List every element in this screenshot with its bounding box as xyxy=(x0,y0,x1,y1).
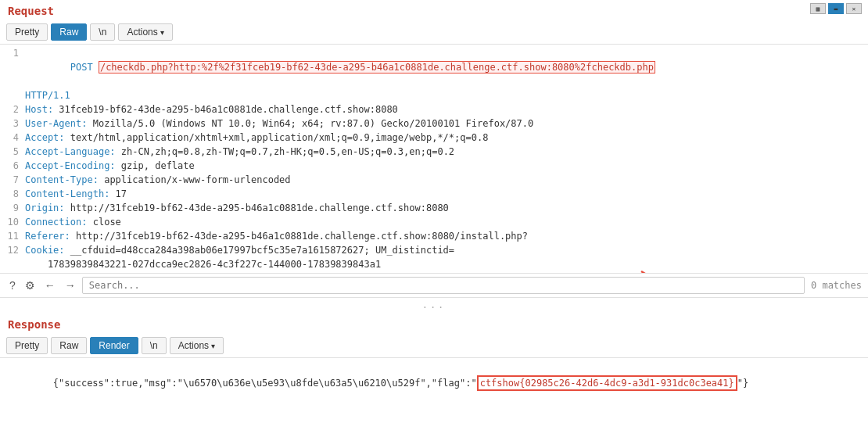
window-btn-panel[interactable]: ▬ xyxy=(828,3,844,14)
help-icon-button[interactable]: ? xyxy=(6,278,19,293)
code-line-9: 9 Origin: http://31fceb19-bf62-43de-a295… xyxy=(0,201,868,215)
window-controls: ▦ ▬ ✕ xyxy=(810,3,862,14)
window-btn-grid[interactable]: ▦ xyxy=(810,3,826,14)
response-raw-button[interactable]: Raw xyxy=(51,337,87,354)
code-line-8: 8 Content-Length: 17 xyxy=(0,187,868,201)
match-count: 0 matches xyxy=(811,280,862,291)
response-line: {"success":true,"msg":"\u6570\u636e\u5e9… xyxy=(8,361,860,407)
code-line-3: 3 User-Agent: Mozilla/5.0 (Windows NT 10… xyxy=(0,117,868,131)
section-divider: ... xyxy=(0,298,868,312)
code-line-5: 5 Accept-Language: zh-CN,zh;q=0.8,zh-TW;… xyxy=(0,145,868,159)
response-actions-button[interactable]: Actions ▾ xyxy=(170,337,224,354)
request-newline-button[interactable]: \n xyxy=(90,23,115,41)
search-input[interactable] xyxy=(82,277,805,294)
code-line-11: 11 Referer: http://31fceb19-bf62-43de-a2… xyxy=(0,229,868,243)
flag-value: ctfshow{02985c26-42d6-4dc9-a3d1-931dc0c3… xyxy=(477,375,737,391)
request-pretty-button[interactable]: Pretty xyxy=(6,23,48,41)
code-line-2: 2 Host: 31fceb19-bf62-43de-a295-b46a1c08… xyxy=(0,102,868,117)
request-code-area: 1 POST /checkdb.php?http:%2f%2f31fceb19-… xyxy=(0,45,868,273)
request-search-bar: ? ⚙ ← → 0 matches xyxy=(0,273,868,298)
search-back-button[interactable]: ← xyxy=(41,278,59,293)
response-newline-button[interactable]: \n xyxy=(142,337,167,354)
request-raw-button[interactable]: Raw xyxy=(51,23,87,41)
code-line-4: 4 Accept: text/html,application/xhtml+xm… xyxy=(0,131,868,145)
response-section-header: Response xyxy=(0,314,868,334)
code-line-1: 1 POST /checkdb.php?http:%2f%2f31fceb19-… xyxy=(0,46,868,88)
settings-icon-button[interactable]: ⚙ xyxy=(22,278,38,293)
request-toolbar: Pretty Raw \n Actions ▾ xyxy=(0,20,868,45)
actions-chevron-icon: ▾ xyxy=(160,28,164,37)
response-content-area: {"success":true,"msg":"\u6570\u636e\u5e9… xyxy=(0,358,868,410)
search-forward-button[interactable]: → xyxy=(62,278,79,293)
request-section-header: Request xyxy=(0,0,868,20)
code-line-1b: HTTP/1.1 xyxy=(0,88,868,102)
request-actions-button[interactable]: Actions ▾ xyxy=(118,23,172,41)
code-line-12: 12 Cookie: __cfduid=d48cca284a398ab06e17… xyxy=(0,243,868,271)
svg-line-0 xyxy=(641,271,759,273)
response-pretty-button[interactable]: Pretty xyxy=(6,337,48,354)
response-render-button[interactable]: Render xyxy=(90,337,138,354)
window-btn-close[interactable]: ✕ xyxy=(846,3,862,14)
response-section: Response Pretty Raw Render \n Actions ▾ … xyxy=(0,314,868,410)
response-actions-chevron-icon: ▾ xyxy=(211,342,215,350)
code-line-10: 10 Connection: close xyxy=(0,215,868,229)
code-line-7: 7 Content-Type: application/x-www-form-u… xyxy=(0,173,868,187)
response-toolbar: Pretty Raw Render \n Actions ▾ xyxy=(0,334,868,358)
code-line-6: 6 Accept-Encoding: gzip, deflate xyxy=(0,159,868,173)
